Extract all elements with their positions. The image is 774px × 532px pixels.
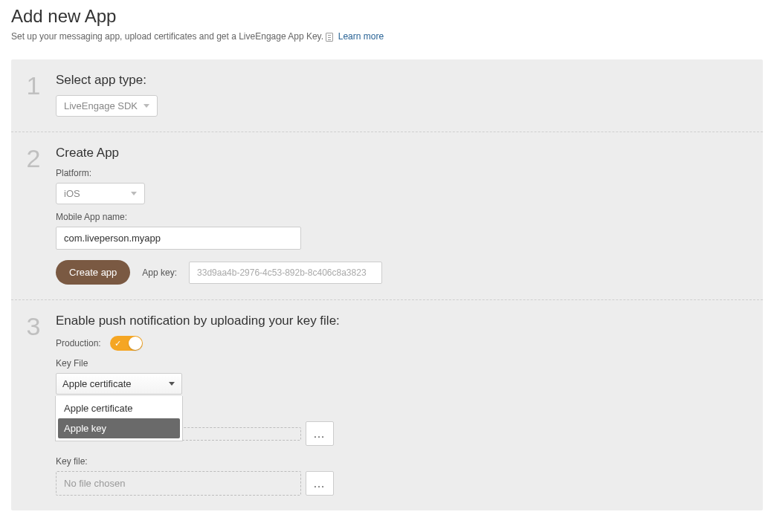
appname-label: Mobile App name: <box>56 212 751 222</box>
check-icon: ✓ <box>115 337 121 349</box>
step-2-title: Create App <box>56 146 751 160</box>
platform-value: iOS <box>64 188 80 199</box>
platform-select[interactable]: iOS <box>56 183 145 204</box>
step-1-title: Select app type: <box>56 73 751 88</box>
keyfile-file-label: Key file: <box>56 456 751 467</box>
step-3-title: Enable push notification by uploading yo… <box>56 314 751 328</box>
step-3: 3 Enable push notification by uploading … <box>11 300 763 510</box>
appkey-field[interactable] <box>189 262 382 284</box>
step-2: 2 Create App Platform: iOS Mobile App na… <box>11 132 763 300</box>
step-1: 1 Select app type: LiveEngage SDK <box>11 59 763 132</box>
step-number-1: 1 <box>11 73 56 117</box>
chevron-down-icon <box>143 104 149 108</box>
step-number-2: 2 <box>11 146 56 285</box>
keyfile-type-dropdown: Apple certificate Apple key <box>55 396 183 441</box>
subtitle-text: Set up your messaging app, upload certif… <box>11 31 323 42</box>
chevron-down-icon <box>131 192 137 195</box>
appname-input[interactable] <box>56 227 301 250</box>
keyfile-option-apple-key[interactable]: Apple key <box>58 418 180 438</box>
platform-label: Platform: <box>56 168 751 178</box>
keyfile-type-value: Apple certificate <box>62 378 132 389</box>
certificate-browse-button[interactable]: … <box>306 421 334 446</box>
production-toggle[interactable]: ✓ <box>110 336 143 351</box>
keyfile-browse-button[interactable]: … <box>306 471 334 496</box>
chevron-down-icon <box>168 380 175 388</box>
sdk-select[interactable]: LiveEngage SDK <box>56 95 158 117</box>
toggle-knob <box>129 337 142 350</box>
keyfile-file-field[interactable]: No file chosen <box>56 471 301 496</box>
keyfile-option-apple-certificate[interactable]: Apple certificate <box>58 398 180 418</box>
page-subtitle: Set up your messaging app, upload certif… <box>11 31 763 42</box>
step-number-3: 3 <box>11 314 56 496</box>
appkey-label: App key: <box>142 267 177 278</box>
keyfile-type-select[interactable]: Apple certificate <box>56 373 182 395</box>
keyfile-type-label: Key File <box>56 358 751 369</box>
create-app-button[interactable]: Create app <box>56 260 130 285</box>
production-label: Production: <box>56 338 101 348</box>
document-icon <box>326 33 333 42</box>
sdk-select-value: LiveEngage SDK <box>64 100 138 111</box>
page-title: Add new App <box>11 6 763 27</box>
learn-more-link[interactable]: Learn more <box>338 31 384 42</box>
